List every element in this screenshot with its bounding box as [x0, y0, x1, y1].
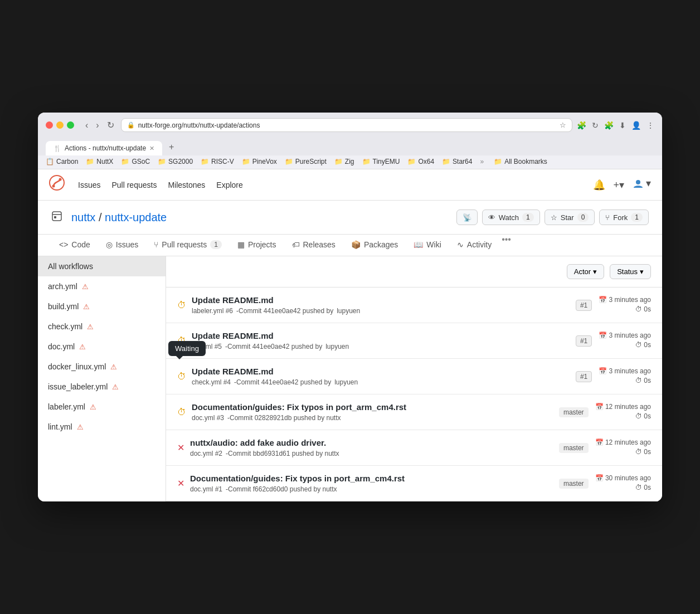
browser-toolbar-icons: 🧩 ↻ 🧩 ⬇ 👤 ⋮ [577, 121, 654, 130]
run-workflow: lint.yml #5 [192, 343, 222, 350]
sidebar-labeler-yml[interactable]: labeler.yml ⚠ [38, 397, 166, 417]
extensions-icon[interactable]: 🧩 [604, 121, 614, 130]
menu-icon[interactable]: ⋮ [646, 121, 654, 130]
run-status-icon-waiting: ⏱ [177, 300, 186, 310]
bookmark-zig[interactable]: 📁 Zig [334, 158, 354, 165]
star-icon: ☆ [551, 213, 557, 222]
run-meta: doc.yml #2 -Commit bbd6931d61 pushed by … [190, 450, 553, 457]
repo-tabs: <> Code ◎ Issues ⑂ Pull requests 1 ▦ Pro… [38, 235, 662, 256]
watch-button[interactable]: 👁 Watch 1 [482, 209, 540, 225]
sidebar-issue-labeler-yml[interactable]: issue_labeler.yml ⚠ [38, 377, 166, 397]
bookmark-pinevox[interactable]: 📁 PineVox [242, 158, 277, 165]
star-button[interactable]: ☆ Star 0 [545, 209, 595, 225]
run-meta: lint.yml #5 -Commit 441ee0ae42 pushed by… [192, 343, 570, 350]
active-tab[interactable]: 🍴 Actions - nuttx/nuttx-update ✕ [46, 141, 162, 155]
run-item-5[interactable]: ✕ nuttx/audio: add fake audio driver. do… [166, 430, 662, 466]
nav-pullrequests[interactable]: Pull requests [111, 181, 157, 189]
maximize-button[interactable] [67, 121, 74, 129]
new-tab-button[interactable]: + [163, 139, 179, 155]
site-logo[interactable] [49, 175, 65, 194]
tab-pullrequests[interactable]: ⑂ Pull requests 1 [146, 235, 230, 256]
sync-icon[interactable]: ↻ [592, 121, 599, 130]
run-status-icon-failed: ✕ [177, 442, 184, 453]
repo-name-link[interactable]: nuttx-update [105, 211, 167, 223]
tab-title: Actions - nuttx/nuttx-update [65, 144, 146, 152]
fork-button[interactable]: ⑂ Fork 1 [599, 209, 649, 225]
create-button[interactable]: +▾ [613, 179, 624, 191]
more-bookmarks[interactable]: » [480, 158, 484, 165]
nav-issues[interactable]: Issues [78, 181, 100, 189]
nav-milestones[interactable]: Milestones [168, 181, 205, 189]
tab-packages[interactable]: 📦 Packages [343, 235, 406, 256]
run-status-icon-waiting: ⏱ [177, 407, 186, 417]
tab-activity[interactable]: ∿ Activity [449, 235, 499, 256]
minimize-button[interactable] [56, 121, 64, 129]
nav-explore[interactable]: Explore [216, 181, 242, 189]
back-button[interactable]: ‹ [83, 119, 90, 131]
warn-icon: ⚠ [112, 383, 119, 391]
activity-icon: ∿ [457, 240, 464, 249]
sidebar-build-yml[interactable]: build.yml ⚠ [38, 296, 166, 316]
bookmark-gsoc[interactable]: 📁 GSoC [121, 158, 150, 165]
tab-code[interactable]: <> Code [51, 235, 98, 256]
sidebar-workflow-label: issue_labeler.yml [48, 382, 108, 391]
packages-icon: 📦 [351, 240, 361, 249]
star-icon[interactable]: ☆ [560, 121, 566, 129]
run-item-2[interactable]: ⏱ Update README.md lint.yml #5 -Commit 4… [166, 323, 662, 359]
bookmark-purescript[interactable]: 📁 PureScript [285, 158, 327, 165]
issues-icon: ◎ [106, 240, 113, 249]
sidebar-arch-yml[interactable]: arch.yml ⚠ [38, 276, 166, 296]
bookmark-star64[interactable]: 📁 Star64 [442, 158, 472, 165]
more-tabs-button[interactable]: ••• [502, 235, 511, 256]
browser-controls: ‹ › ↻ 🔒 nuttx-forge.org/nuttx/nuttx-upda… [46, 118, 654, 132]
run-item-1[interactable]: ⏱ Update README.md labeler.yml #6 -Commi… [166, 287, 662, 323]
bookmark-riscv[interactable]: 📁 RISC-V [201, 158, 234, 165]
actor-filter[interactable]: Actor ▾ [567, 264, 604, 279]
sidebar-check-yml[interactable]: check.yml ⚠ [38, 316, 166, 337]
run-item-4[interactable]: ⏱ Documentation/guides: Fix typos in por… [166, 394, 662, 430]
user-menu-button[interactable]: ▾ [632, 177, 651, 192]
bookmark-sg2000[interactable]: 📁 SG2000 [158, 158, 193, 165]
bookmark-all[interactable]: 📁 All Bookmarks [494, 158, 547, 165]
run-item-3[interactable]: Waiting ⏱ Update README.md check.yml #4 … [166, 359, 662, 394]
run-branch: master [559, 479, 589, 489]
sidebar-doc-yml[interactable]: doc.yml ⚠ [38, 337, 166, 357]
tab-issues[interactable]: ◎ Issues [98, 235, 146, 256]
pullrequest-badge: 1 [210, 240, 222, 249]
run-workflow: check.yml #4 [192, 378, 231, 386]
run-meta: doc.yml #1 -Commit f662cd60d0 pushed by … [190, 485, 553, 493]
sidebar-docker-linux-yml[interactable]: docker_linux.yml ⚠ [38, 357, 166, 377]
sidebar-workflow-label: doc.yml [48, 342, 75, 351]
warn-icon: ⚠ [79, 343, 86, 351]
bookmark-folder-icon: 📁 [334, 158, 343, 165]
bookmark-ox64[interactable]: 📁 Ox64 [407, 158, 434, 165]
sidebar-lint-yml[interactable]: lint.yml ⚠ [38, 417, 166, 437]
run-meta: check.yml #4 -Commit 441ee0ae42 pushed b… [192, 378, 570, 386]
sidebar-all-workflows[interactable]: All workflows [38, 256, 166, 276]
run-item-6[interactable]: ✕ Documentation/guides: Fix typos in por… [166, 466, 662, 501]
notifications-button[interactable]: 🔔 [593, 179, 605, 191]
rss-button[interactable]: 📡 [456, 209, 478, 225]
tab-releases[interactable]: 🏷 Releases [284, 235, 343, 256]
reload-button[interactable]: ↻ [105, 119, 116, 131]
bookmark-tinyemu[interactable]: 📁 TinyEMU [362, 158, 400, 165]
repo-owner-link[interactable]: nuttx [71, 211, 95, 223]
tab-projects[interactable]: ▦ Projects [230, 235, 284, 256]
status-filter[interactable]: Status ▾ [610, 264, 651, 279]
run-title: Documentation/guides: Fix typos in port_… [192, 402, 553, 412]
download-icon[interactable]: ⬇ [619, 121, 626, 130]
tab-wiki[interactable]: 📖 Wiki [406, 235, 449, 256]
bookmark-nuttx[interactable]: 📁 NuttX [86, 158, 113, 165]
warn-icon: ⚠ [110, 363, 117, 371]
warn-icon: ⚠ [90, 403, 96, 411]
profile-icon[interactable]: 👤 [631, 121, 641, 130]
bookmark-carbon[interactable]: 📋 Carbon [46, 158, 78, 165]
extension-icon[interactable]: 🧩 [577, 121, 586, 130]
svg-point-0 [50, 176, 64, 190]
close-button[interactable] [46, 121, 53, 129]
tab-close-icon[interactable]: ✕ [149, 145, 154, 152]
site-nav-right: 🔔 +▾ ▾ [593, 177, 651, 192]
forward-button[interactable]: › [94, 119, 101, 131]
address-bar[interactable]: 🔒 nuttx-forge.org/nuttx/nuttx-update/act… [121, 118, 572, 132]
run-right: master 📅 30 minutes ago ⏱ 0s [559, 474, 651, 493]
